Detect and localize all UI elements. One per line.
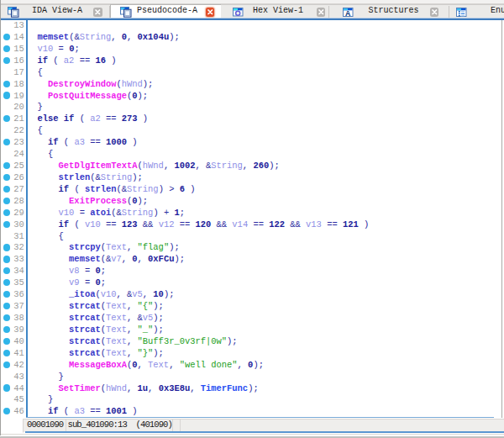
svg-text:A: A: [345, 8, 351, 17]
